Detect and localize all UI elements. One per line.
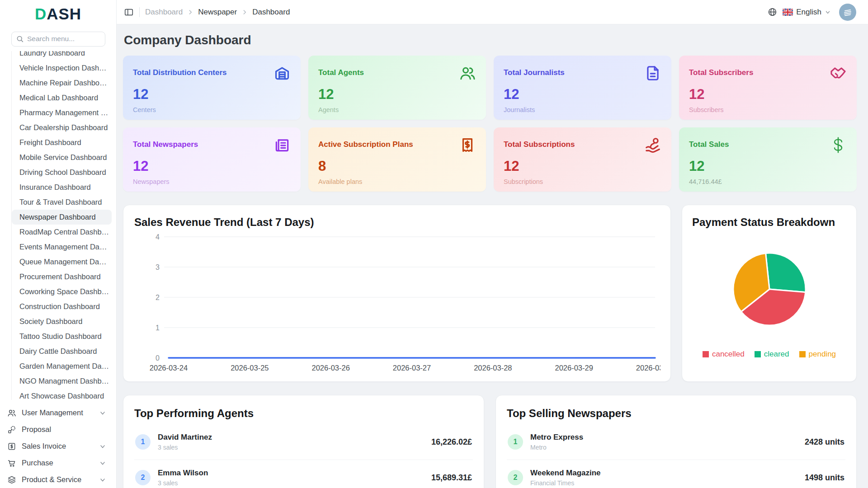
brand-logo: DASH (0, 0, 116, 28)
rank-badge: 1 (135, 434, 151, 450)
sidebar-group-item[interactable]: Purchase (7, 455, 106, 471)
sidebar-item[interactable]: Art Showcase Dashboard (12, 389, 112, 400)
sidebar-item[interactable]: Tour & Travel Dashboard (12, 195, 112, 210)
rank-badge: 2 (508, 470, 523, 485)
stat-card-title: Total Agents (318, 65, 364, 77)
sidebar-item[interactable]: RoadMap Central Dashb… (12, 225, 112, 239)
sidebar-item[interactable]: Medical Lab Dashboard (12, 90, 112, 105)
legend-label: pending (809, 350, 836, 359)
list-item-name: Emma Wilson (158, 469, 431, 478)
sidebar-group-label: User Management (22, 408, 99, 417)
sidebar-item[interactable]: Insurance Dashboard (12, 180, 112, 195)
legend-label: cancelled (712, 350, 745, 359)
sidebar-item[interactable]: Mobile Service Dashboard (12, 150, 112, 165)
sidebar-item[interactable]: Procurement Dashboard (12, 269, 112, 284)
sidebar-item[interactable]: Pharmacy Management … (12, 105, 112, 120)
sidebar-item[interactable]: NGO Managment Dashb… (12, 374, 112, 389)
x-tick-label: 2026-03-27 (393, 364, 431, 372)
stat-card-title: Total Subscriptions (504, 136, 575, 149)
payment-status-title: Payment Status Breakdown (692, 216, 846, 229)
sidebar-group-label: Sales Invoice (22, 442, 99, 450)
list-item-subtitle: Financial Times (530, 479, 805, 487)
sidebar-item[interactable]: Coworking Space Dashb… (12, 284, 112, 299)
sidebar-item[interactable]: Laundry Dashboard (12, 51, 112, 61)
sidebar-group-label: Proposal (22, 425, 106, 434)
document-icon (644, 65, 661, 82)
rank-badge: 1 (508, 434, 523, 450)
stat-card: Total Journalists12Journalists (494, 56, 671, 120)
chevron-down-icon (99, 443, 106, 450)
legend-swatch (703, 351, 709, 357)
search-input[interactable] (11, 32, 105, 47)
sidebar-toggle-icon[interactable] (124, 7, 134, 17)
list-item-subtitle: Metro (530, 444, 805, 451)
stat-card-title: Total Distribution Centers (133, 65, 226, 77)
breadcrumb: Dashboard Newspaper Dashboard (145, 8, 290, 17)
stat-card-subtitle: Centers (133, 106, 291, 113)
main-area: Dashboard Newspaper Dashboard English (117, 0, 868, 488)
sidebar-item[interactable]: Society Dashboard (12, 314, 112, 329)
stat-card-top: Total Distribution Centers (133, 65, 291, 82)
stat-card: Total Subscriptions12Subscriptions (494, 127, 671, 192)
sales-trend-panel: Sales Revenue Trend (Last 7 Days) 432102… (123, 205, 671, 382)
stat-card: Active Subscription Plans8Available plan… (308, 127, 486, 192)
sidebar-group-item[interactable]: Product & Service (7, 471, 106, 488)
sidebar-item[interactable]: Garden Management Da… (12, 359, 112, 374)
sidebar-group-item[interactable]: Proposal (7, 421, 106, 438)
list-item-value: 1498 units (805, 473, 844, 483)
topbar-right: English (768, 4, 856, 21)
invoice-icon (7, 442, 16, 451)
search-icon (16, 35, 24, 43)
top-newspapers-list: 1Metro ExpressMetro2428 units2Weekend Ma… (507, 424, 845, 488)
sidebar-item[interactable]: Freight Dashboard (12, 135, 112, 150)
stat-card: Total Distribution Centers12Centers (123, 56, 301, 120)
sidebar-search (11, 32, 105, 47)
legend-item-cleared[interactable]: cleared (755, 350, 789, 359)
breadcrumb-dashboard[interactable]: Dashboard (145, 8, 183, 17)
topbar-left: Dashboard Newspaper Dashboard (124, 7, 290, 17)
list-item-value: 15,689.31£ (431, 473, 472, 483)
newspaper-icon (274, 136, 291, 154)
sidebar-item[interactable]: Construction Dashboard (12, 299, 112, 314)
globe-icon[interactable] (768, 7, 777, 17)
topbar-divider (139, 7, 140, 17)
sidebar-item[interactable]: Driving School Dashboard (12, 165, 112, 180)
x-tick-label: 2026-03-28 (474, 364, 512, 372)
sidebar-item[interactable]: Queue Management Da… (12, 254, 112, 269)
receipt-dollar-icon (459, 136, 476, 154)
sidebar-group-item[interactable]: User Management (7, 404, 106, 421)
sidebar-item[interactable]: Dairy Cattle Dashboard (12, 344, 112, 359)
language-selector[interactable]: English (783, 8, 831, 17)
y-tick-label: 2 (156, 294, 160, 301)
sidebar-group-label: Purchase (22, 459, 99, 467)
list-item: 2Weekend MagazineFinancial Times1498 uni… (507, 460, 845, 488)
sidebar-item[interactable]: Car Dealership Dashboard (12, 120, 112, 135)
dollar-icon (830, 136, 847, 154)
legend-item-pending[interactable]: pending (799, 350, 836, 359)
proposal-icon (7, 425, 16, 434)
sidebar-item[interactable]: Events Management Da… (12, 239, 112, 254)
stat-card-title: Active Subscription Plans (318, 136, 413, 149)
topbar: Dashboard Newspaper Dashboard English (117, 0, 868, 24)
sidebar-item[interactable]: Tattoo Studio Dashboard (12, 329, 112, 344)
x-tick-label: 2026-03-29 (555, 364, 593, 372)
sidebar-menu-scroll[interactable]: Laundry DashboardVehicle Inspection Dash… (0, 51, 116, 400)
avatar[interactable] (839, 4, 856, 21)
list-item-subtitle: 3 sales (158, 479, 431, 487)
list-item-name: Metro Express (530, 433, 805, 442)
x-tick-label: 2026-03-24 (150, 364, 188, 372)
stat-card-top: Total Sales (689, 136, 847, 154)
sidebar-item[interactable]: Machine Repair Dashbo… (12, 75, 112, 90)
legend-swatch (799, 351, 806, 357)
stat-card-top: Total Agents (318, 65, 476, 82)
stat-cards-grid: Total Distribution Centers12CentersTotal… (123, 56, 857, 192)
breadcrumb-current[interactable]: Dashboard (252, 8, 290, 17)
stat-card-title: Total Subscribers (689, 65, 753, 77)
sidebar-group-item[interactable]: Sales Invoice (7, 438, 106, 455)
sidebar-item[interactable]: Newspaper Dashboard (12, 210, 112, 225)
sidebar-item[interactable]: Vehicle Inspection Dash… (12, 61, 112, 75)
breadcrumb-newspaper[interactable]: Newspaper (198, 8, 237, 17)
list-item-main: Metro ExpressMetro (530, 433, 805, 451)
legend-item-cancelled[interactable]: cancelled (703, 350, 745, 359)
x-tick-label: 2026-03-25 (231, 364, 269, 372)
